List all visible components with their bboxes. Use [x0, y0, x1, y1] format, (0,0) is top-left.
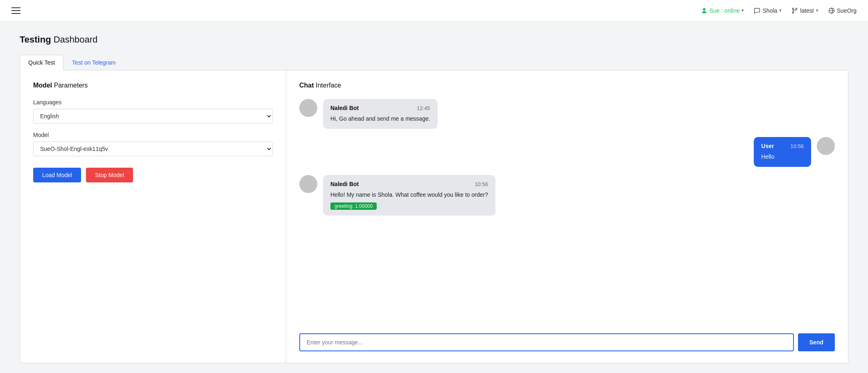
svg-point-2	[796, 8, 797, 9]
model-label: Model	[33, 132, 273, 138]
globe-icon	[828, 7, 835, 14]
message-time-2: 10:56	[790, 143, 804, 149]
languages-group: Languages English French Spanish	[33, 99, 273, 124]
topbar-left	[11, 7, 20, 14]
avatar-bot-1	[299, 99, 317, 117]
message-bubble-1: Naledi Bot 12:45 Hi, Go ahead and send m…	[323, 99, 438, 129]
avatar-user-2	[817, 137, 835, 155]
user-chevron-icon: ▾	[741, 8, 744, 13]
message-input[interactable]	[299, 333, 794, 351]
message-time-3: 10:56	[475, 181, 488, 187]
version-label: latest	[800, 7, 814, 14]
chatbot-selector[interactable]: Shola ▾	[754, 7, 782, 14]
message-bubble-2: User 10:56 Hello	[754, 137, 811, 167]
model-params-title: Model Parameters	[33, 82, 273, 89]
message-sender-1: Naledi Bot	[330, 105, 359, 111]
version-chevron-icon: ▾	[816, 8, 818, 13]
page-title: Testing Dashboard	[20, 34, 848, 45]
model-group: Model SueO-Shol-Engl-exk11q5v	[33, 132, 273, 156]
right-panel: Chat Interface Naledi Bot 12:45 Hi, Go a…	[286, 70, 848, 363]
stop-model-button[interactable]: Stop Model	[86, 168, 133, 182]
branch-icon	[791, 7, 798, 14]
message-header-3: Naledi Bot 10:56	[330, 181, 488, 187]
version-selector[interactable]: latest ▾	[791, 7, 818, 14]
message-text-2: Hello	[761, 153, 804, 161]
message-sender-2: User	[761, 143, 774, 149]
panels-container: Model Parameters Languages English Frenc…	[20, 70, 848, 363]
send-button[interactable]: Send	[798, 333, 835, 351]
message-header-1: Naledi Bot 12:45	[330, 105, 430, 111]
org-label: SueOrg	[837, 7, 857, 14]
message-text-3: Hello! My name is Shola. What coffee wou…	[330, 191, 488, 199]
message-row-2: User 10:56 Hello	[299, 137, 835, 167]
model-select[interactable]: SueO-Shol-Engl-exk11q5v	[33, 142, 273, 156]
tabs-bar: Quick Test Test on Telegram	[20, 55, 848, 70]
svg-point-1	[793, 12, 794, 13]
message-row-3: Naledi Bot 10:56 Hello! My name is Shola…	[299, 175, 835, 216]
languages-label: Languages	[33, 99, 273, 106]
model-buttons: Load Model Stop Model	[33, 168, 273, 182]
chat-interface-title: Chat Interface	[299, 82, 835, 89]
tab-test-on-telegram[interactable]: Test on Telegram	[63, 55, 124, 70]
left-panel: Model Parameters Languages English Frenc…	[20, 70, 286, 363]
intent-badge: greeting: 1.00000	[330, 202, 377, 210]
chat-messages: Naledi Bot 12:45 Hi, Go ahead and send m…	[299, 99, 835, 328]
user-status-label: Sue : online	[710, 7, 740, 14]
person-icon	[701, 7, 708, 14]
message-time-1: 12:45	[417, 105, 430, 111]
main-content: Testing Dashboard Quick Test Test on Tel…	[0, 21, 868, 373]
svg-point-0	[793, 8, 794, 9]
languages-select[interactable]: English French Spanish	[33, 109, 273, 124]
org-selector[interactable]: SueOrg	[828, 7, 857, 14]
chat-input-row: Send	[299, 333, 835, 351]
user-status[interactable]: Sue : online ▾	[701, 7, 744, 14]
tab-quick-test[interactable]: Quick Test	[20, 55, 63, 70]
topbar-right: Sue : online ▾ Shola ▾ latest ▾	[701, 7, 857, 14]
message-bubble-3: Naledi Bot 10:56 Hello! My name is Shola…	[323, 175, 495, 216]
chatbot-chevron-icon: ▾	[779, 8, 782, 13]
message-sender-3: Naledi Bot	[330, 181, 359, 187]
topbar: Sue : online ▾ Shola ▾ latest ▾	[0, 0, 868, 21]
load-model-button[interactable]: Load Model	[33, 168, 81, 182]
hamburger-menu[interactable]	[11, 7, 20, 14]
message-text-1: Hi, Go ahead and send me a message.	[330, 115, 430, 123]
chat-icon	[754, 7, 760, 14]
message-header-2: User 10:56	[761, 143, 804, 149]
avatar-bot-3	[299, 175, 317, 193]
chatbot-name-label: Shola	[762, 7, 777, 14]
message-row-1: Naledi Bot 12:45 Hi, Go ahead and send m…	[299, 99, 835, 129]
